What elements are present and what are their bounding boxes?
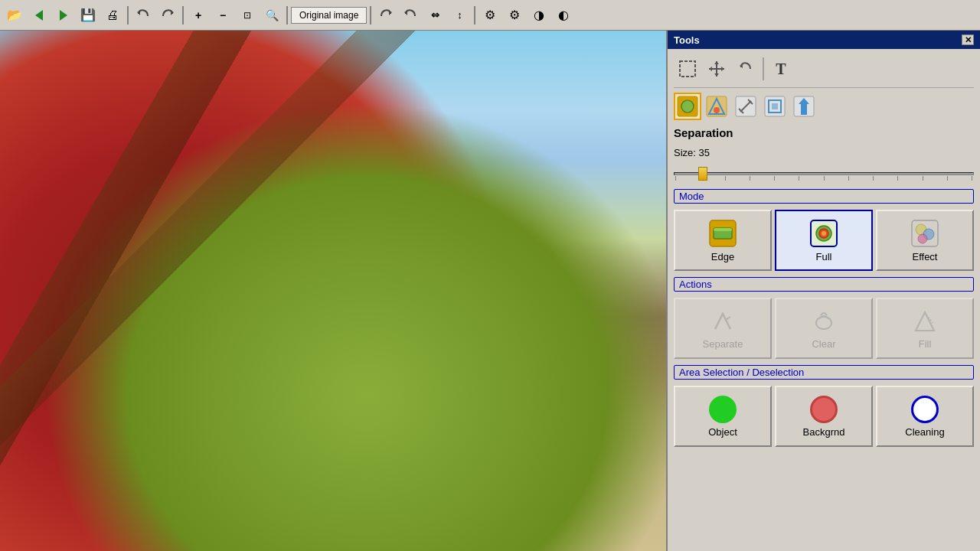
tick (750, 176, 750, 181)
full-label: Full (816, 251, 832, 262)
undo-tool[interactable] (732, 55, 760, 83)
select-tool[interactable] (674, 55, 701, 83)
sep4 (370, 6, 371, 24)
rotate-ccw-btn[interactable] (399, 4, 422, 27)
mode-section-label: Mode (674, 189, 974, 204)
tick (824, 176, 825, 181)
clear-icon (810, 308, 838, 335)
svg-rect-30 (714, 228, 732, 231)
main-area: Tools ✕ (0, 31, 980, 551)
magnify-btn[interactable]: 🔍 (260, 4, 283, 27)
tools-divider1 (763, 57, 764, 80)
fill-label: Fill (919, 338, 932, 350)
backgrnd-label: Backgrnd (803, 426, 845, 438)
edge-label: Edge (711, 251, 734, 262)
size-slider-track (674, 172, 974, 175)
cleaning-label: Cleaning (905, 426, 944, 438)
svg-point-34 (822, 231, 826, 236)
full-icon (809, 219, 838, 248)
separation-title: Separation (674, 126, 974, 139)
svg-marker-12 (721, 67, 724, 71)
rotate-cw-btn[interactable] (374, 4, 397, 27)
tick (725, 176, 726, 181)
fill-icon (911, 308, 939, 335)
action-separate-btn[interactable]: Separate (674, 298, 772, 359)
separate-icon (709, 308, 737, 335)
area-object-btn[interactable]: Object (674, 386, 772, 447)
back-btn[interactable] (28, 4, 51, 27)
tick (774, 176, 775, 181)
tools-titlebar: Tools ✕ (668, 31, 980, 49)
fit-btn[interactable]: ⊡ (236, 4, 259, 27)
separation-tools-row (674, 93, 974, 120)
image-canvas-area (0, 31, 666, 551)
object-label: Object (708, 426, 737, 438)
svg-point-18 (714, 107, 720, 113)
size-slider-thumb[interactable] (698, 167, 707, 181)
actions-section-label: Actions (674, 277, 974, 292)
tick (923, 176, 923, 181)
tick (972, 176, 972, 181)
action-clear-btn[interactable]: Clear (775, 298, 873, 359)
edge-icon (708, 219, 737, 248)
settings2-btn[interactable]: ⚙ (503, 4, 526, 27)
settings1-btn[interactable]: ⚙ (479, 4, 501, 27)
contrast1-btn[interactable]: ◑ (528, 4, 550, 27)
sep2 (182, 6, 184, 24)
zoom-in-btn[interactable]: + (187, 4, 210, 27)
sep1 (127, 6, 129, 24)
contrast2-btn[interactable]: ◐ (552, 4, 575, 27)
slider-ticks (675, 176, 973, 181)
backgrnd-circle-icon (810, 396, 838, 423)
tick (848, 176, 849, 181)
area-cleaning-btn[interactable]: Cleaning (876, 386, 974, 447)
move-tool[interactable] (703, 55, 730, 83)
size-label: Size: 35 (674, 147, 974, 158)
sep5 (474, 6, 475, 24)
mode-full-btn[interactable]: Full (775, 210, 873, 271)
svg-marker-0 (35, 10, 43, 21)
area-buttons: Object Backgrnd Cleaning (674, 386, 974, 447)
object-circle-icon (709, 396, 737, 423)
tools-panel: Tools ✕ (666, 31, 980, 551)
sep-tool2[interactable] (703, 93, 730, 120)
sep-tool1[interactable] (674, 93, 701, 120)
save-btn[interactable]: 💾 (77, 4, 100, 27)
redo-btn[interactable] (156, 4, 179, 27)
svg-rect-6 (680, 61, 695, 77)
svg-marker-9 (714, 61, 719, 64)
flip-v-btn[interactable]: ↕ (448, 4, 471, 27)
tick (799, 176, 799, 181)
tick (873, 176, 874, 181)
svg-point-39 (816, 317, 831, 329)
sep-tool4[interactable] (761, 93, 789, 120)
text-tool[interactable]: T (767, 55, 795, 83)
tools-content: T (668, 49, 980, 453)
mode-edge-btn[interactable]: Edge (674, 210, 772, 271)
size-slider-container (674, 165, 974, 183)
tools-close-btn[interactable]: ✕ (962, 34, 974, 45)
tools-title: Tools (674, 34, 700, 46)
effect-label: Effect (912, 251, 937, 262)
forward-btn[interactable] (52, 4, 75, 27)
print-btn[interactable]: 🖨 (101, 4, 124, 27)
svg-marker-13 (740, 64, 743, 68)
action-fill-btn[interactable]: Fill (876, 298, 974, 359)
action-buttons: Separate Clear (674, 298, 974, 359)
photo-image (0, 31, 666, 551)
mode-effect-btn[interactable]: Effect (876, 210, 974, 271)
sep-tool3[interactable] (732, 93, 760, 120)
tick (675, 176, 676, 181)
separate-label: Separate (703, 338, 743, 350)
tick (897, 176, 898, 181)
toolbar: 📂 💾 🖨 + − ⊡ 🔍 Original image ⇔ ↕ ⚙ ⚙ ◑ ◐ (0, 0, 980, 31)
zoom-out-btn[interactable]: − (211, 4, 234, 27)
svg-point-38 (918, 234, 927, 243)
svg-marker-11 (709, 67, 712, 71)
open-btn[interactable]: 📂 (3, 4, 26, 27)
sep-tool5[interactable] (790, 93, 818, 120)
undo-btn[interactable] (132, 4, 155, 27)
area-backgrnd-btn[interactable]: Backgrnd (775, 386, 873, 447)
flip-h-btn[interactable]: ⇔ (423, 4, 446, 27)
original-image-label: Original image (291, 7, 367, 24)
